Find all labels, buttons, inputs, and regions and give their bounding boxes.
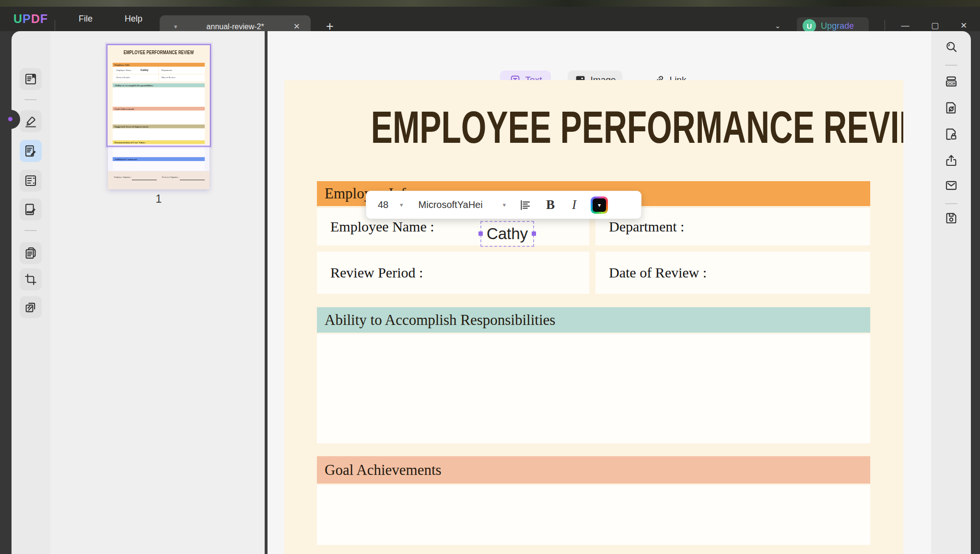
upgrade-label: Upgrade: [821, 21, 854, 31]
font-name-value[interactable]: MicrosoftYaHei: [419, 199, 503, 210]
thumb-header-comments: Additional Comments: [113, 157, 205, 161]
thumb-reviewer-signature-label: Reviewer Signature :: [162, 176, 179, 178]
selection-handle[interactable]: [478, 231, 483, 236]
edit-icon: [23, 144, 38, 158]
align-left-icon[interactable]: [519, 199, 532, 211]
review-period-label: Review Period :: [330, 265, 423, 281]
desktop-background-strip: [0, 0, 980, 7]
watermark-icon: [23, 300, 38, 314]
save-icon: [944, 211, 958, 225]
ability-header[interactable]: Ability to Accomplish Responsibilities: [317, 307, 870, 333]
font-name-chevron-down-icon[interactable]: ▾: [503, 201, 506, 208]
tab-title: annual-review-2*: [177, 23, 293, 31]
tab-close-icon[interactable]: ✕: [293, 22, 300, 32]
sidebar-divider: [24, 230, 37, 231]
font-color-chevron-down-icon: ▾: [593, 198, 606, 212]
tool-fill-sign[interactable]: [20, 198, 42, 220]
convert-icon: [23, 246, 38, 260]
logo-letter: F: [40, 12, 48, 26]
notification-dot: [8, 117, 12, 121]
protect-icon: [944, 127, 958, 141]
goals-header[interactable]: Goal Achievements: [317, 456, 870, 484]
sidebar-divider: [945, 203, 957, 204]
logo-letter: D: [31, 12, 40, 26]
employee-name-label: Employee Name :: [330, 219, 434, 235]
tool-watermark[interactable]: [20, 296, 42, 318]
department-label: Department :: [609, 219, 684, 235]
sidebar-divider: [24, 99, 37, 100]
tool-share[interactable]: [941, 150, 962, 171]
text-format-toolbar: 48 ▾ MicrosoftYaHei ▾ B I ▾: [366, 191, 642, 219]
logo-letter: U: [13, 12, 23, 26]
thumbnail-viewport-outline[interactable]: [106, 44, 211, 147]
sidebar-divider: [945, 65, 957, 66]
user-avatar[interactable]: U: [803, 19, 816, 33]
selected-text-object[interactable]: Cathy: [480, 221, 534, 247]
goals-content-area[interactable]: [317, 485, 870, 545]
svg-text:OCR: OCR: [947, 81, 956, 86]
organize-pages-icon: [23, 173, 38, 188]
ability-content-area[interactable]: [317, 334, 870, 443]
tool-mail[interactable]: [941, 175, 962, 196]
tool-highlighter[interactable]: [20, 110, 42, 132]
menu-help[interactable]: Help: [118, 7, 149, 31]
date-of-review-label: Date of Review :: [609, 265, 707, 281]
reader-mode-icon: [23, 72, 38, 86]
document-canvas: Text Image Link EMPLOYEE PERFORMANCE REV…: [268, 31, 931, 554]
tool-save[interactable]: [941, 208, 962, 229]
bold-button[interactable]: B: [546, 197, 555, 212]
font-size-chevron-down-icon[interactable]: ▾: [400, 201, 403, 208]
tool-protect[interactable]: [941, 124, 962, 145]
font-size-value[interactable]: 48: [378, 199, 400, 210]
review-period-cell[interactable]: Review Period :: [317, 252, 589, 294]
left-tool-sidebar: [12, 31, 50, 554]
tool-edit[interactable]: [20, 140, 42, 162]
mail-icon: [944, 178, 958, 193]
crop-icon: [23, 272, 38, 287]
employee-name-value[interactable]: Cathy: [487, 225, 528, 243]
tool-crop[interactable]: [20, 268, 42, 290]
titlebar: U P D F File Help ▾ annual-review-2* ✕ +…: [0, 7, 980, 31]
page-number: 1: [108, 193, 210, 206]
logo-letter: P: [23, 12, 31, 26]
document-title[interactable]: EMPLOYEE PERFORMANCE REVIEW: [371, 103, 817, 152]
titlebar-separator: [55, 20, 55, 31]
share-icon: [944, 153, 958, 168]
font-color-button[interactable]: ▾: [591, 196, 608, 214]
tool-search[interactable]: [941, 36, 962, 58]
tool-convert[interactable]: [20, 242, 42, 264]
selection-handle[interactable]: [532, 231, 536, 236]
date-of-review-cell[interactable]: Date of Review :: [595, 252, 870, 294]
highlighter-icon: [23, 114, 38, 128]
right-tool-sidebar: OCR: [931, 31, 971, 554]
fill-sign-icon: [23, 202, 38, 217]
right-window-edge: [971, 31, 980, 554]
menu-file[interactable]: File: [72, 7, 99, 31]
updf-window: U P D F File Help ▾ annual-review-2* ✕ +…: [0, 0, 980, 554]
tool-compress[interactable]: [941, 97, 962, 118]
tool-organize-pages[interactable]: [20, 170, 42, 192]
compress-icon: [944, 101, 958, 115]
pdf-page[interactable]: EMPLOYEE PERFORMANCE REVIEW Employee Inf…: [284, 80, 903, 554]
tool-reader-mode[interactable]: [20, 68, 42, 90]
thumb-employee-signature-label: Employee Signature :: [114, 176, 132, 178]
italic-button[interactable]: I: [572, 197, 576, 212]
tool-ocr[interactable]: OCR: [941, 71, 962, 92]
titlebar-separator: [885, 20, 885, 31]
ocr-icon: OCR: [944, 74, 958, 89]
thumbnail-panel: EMPLOYEE PERFORMANCE REVIEW Employee Inf…: [50, 31, 265, 554]
search-icon: [944, 40, 958, 54]
updf-logo: U P D F: [13, 7, 48, 31]
